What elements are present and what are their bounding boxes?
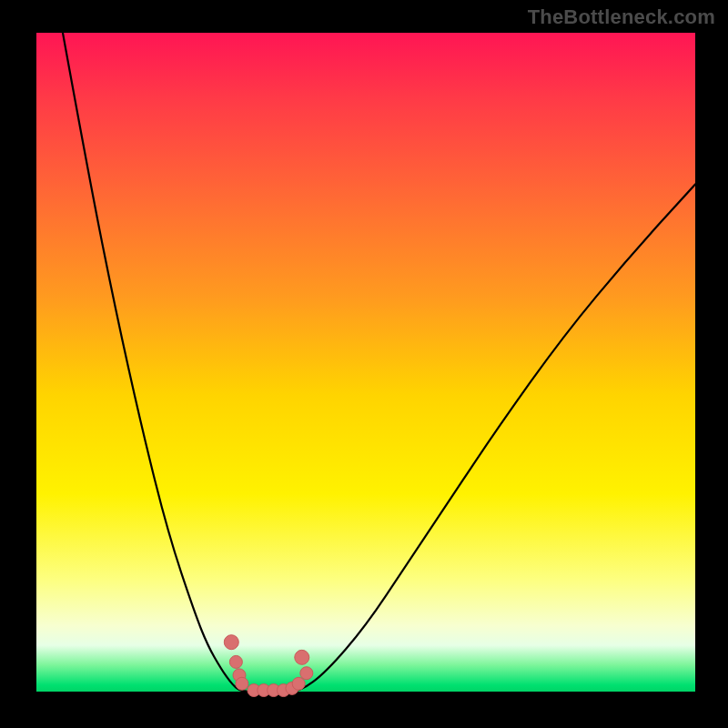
marker-dot [224, 635, 238, 650]
marker-group [224, 635, 313, 697]
curve-layer [36, 33, 695, 692]
attribution-watermark: TheBottleneck.com [528, 5, 715, 29]
marker-dot [229, 655, 242, 668]
gradient-plot-area [36, 33, 695, 692]
marker-dot [300, 667, 313, 680]
marker-dot [236, 677, 248, 690]
chart-viewport: TheBottleneck.com [0, 0, 728, 728]
valley-curve [63, 33, 695, 692]
marker-dot [292, 677, 305, 690]
marker-dot [295, 650, 309, 664]
